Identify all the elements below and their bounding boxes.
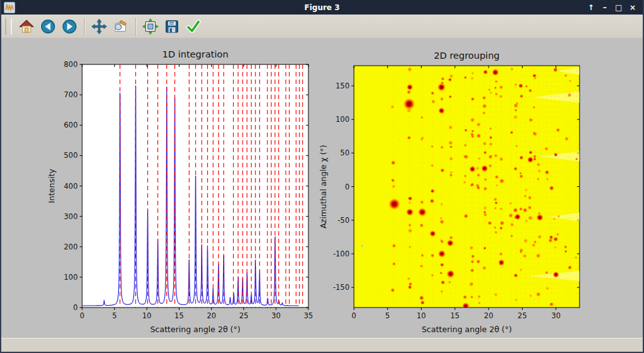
diffraction-spot bbox=[511, 131, 513, 133]
diffraction-spot bbox=[391, 289, 394, 292]
y-tick-label: -50 bbox=[337, 216, 349, 225]
diffraction-spot bbox=[510, 203, 511, 204]
hotspot-core bbox=[408, 211, 411, 213]
diffraction-spot bbox=[545, 148, 548, 150]
customize-button[interactable] bbox=[183, 16, 204, 37]
zoom-page-icon bbox=[112, 18, 129, 35]
diffraction-spot bbox=[432, 146, 433, 147]
diffraction-spot bbox=[422, 137, 423, 139]
diffraction-spot bbox=[478, 123, 480, 126]
diffraction-spot bbox=[564, 246, 566, 248]
diffraction-spot bbox=[547, 179, 549, 181]
diffraction-spot bbox=[464, 155, 466, 157]
hotspot-core bbox=[449, 273, 452, 275]
diffraction-spot bbox=[520, 249, 523, 251]
y-tick-label: 200 bbox=[64, 242, 78, 251]
x-tick-label: 10 bbox=[416, 311, 426, 320]
diffraction-spot bbox=[511, 224, 513, 225]
rollup-button[interactable]: ↑ bbox=[586, 3, 596, 13]
diffraction-spot bbox=[554, 237, 557, 241]
pan-icon bbox=[91, 18, 107, 35]
diffraction-spot bbox=[409, 286, 411, 289]
diffraction-spot bbox=[449, 141, 452, 144]
minimize-button[interactable]: – bbox=[600, 3, 610, 13]
plot-2d-regrouping[interactable]: 051015202530-150-100-500501001502D regro… bbox=[319, 51, 580, 334]
diffraction-spot bbox=[514, 274, 517, 277]
forward-button[interactable] bbox=[59, 16, 80, 37]
y-tick-label: 150 bbox=[336, 81, 349, 90]
diffraction-spot bbox=[441, 241, 443, 242]
diffraction-spot bbox=[525, 189, 526, 191]
hotspot-core bbox=[555, 273, 557, 276]
zoom-button[interactable] bbox=[111, 16, 131, 37]
diffraction-spot bbox=[420, 224, 423, 227]
x-tick-label: 30 bbox=[551, 311, 561, 320]
diffraction-spot bbox=[509, 214, 513, 217]
x-axis-label: Scattering angle 2θ (°) bbox=[422, 325, 512, 334]
titlebar[interactable]: Figure 3 ↑ – □ × bbox=[1, 0, 643, 15]
diffraction-spot bbox=[516, 299, 517, 301]
diffraction-spot bbox=[515, 84, 516, 85]
x-tick-label: 0 bbox=[80, 311, 84, 320]
diffraction-spot bbox=[576, 159, 577, 160]
diffraction-spot bbox=[392, 185, 395, 188]
toolbar-handle[interactable] bbox=[5, 18, 12, 35]
x-tick-label: 25 bbox=[518, 311, 527, 320]
plot-1d-integration[interactable]: 0510152025303501002003004005006007008001… bbox=[47, 49, 313, 334]
home-button[interactable] bbox=[16, 16, 37, 37]
diffraction-spot bbox=[496, 184, 497, 186]
diffraction-spot bbox=[520, 269, 522, 271]
diffraction-spot bbox=[500, 95, 502, 98]
diffraction-spot bbox=[500, 227, 502, 229]
diffraction-spot bbox=[442, 78, 444, 80]
diffraction-spot bbox=[450, 75, 453, 78]
window-controls: ↑ – □ × bbox=[586, 3, 638, 13]
diffraction-spot bbox=[484, 206, 487, 209]
back-button[interactable] bbox=[38, 16, 58, 37]
diffraction-spot bbox=[568, 93, 571, 96]
hotspot-core bbox=[407, 102, 411, 105]
diffraction-spot bbox=[516, 145, 517, 147]
window-title: Figure 3 bbox=[1, 3, 643, 12]
diffraction-spot bbox=[535, 78, 536, 79]
diffraction-spot bbox=[520, 175, 523, 177]
save-button[interactable] bbox=[162, 16, 182, 37]
subplots-button[interactable] bbox=[140, 16, 161, 37]
diffraction-spot bbox=[501, 179, 503, 182]
y-tick-label: 50 bbox=[340, 148, 349, 157]
cyan-pixel bbox=[361, 245, 363, 247]
diffraction-spot bbox=[495, 93, 497, 95]
y-tick-label: 700 bbox=[64, 90, 78, 99]
diffraction-spot bbox=[489, 89, 490, 90]
x-tick-label: 15 bbox=[451, 311, 460, 320]
diffraction-spot bbox=[495, 202, 497, 204]
diffraction-spot bbox=[489, 222, 491, 224]
figure-canvas[interactable]: 0510152025303501002003004005006007008001… bbox=[1, 38, 643, 338]
pan-button[interactable] bbox=[89, 16, 109, 37]
diffraction-spot bbox=[478, 296, 480, 297]
plots-svg[interactable]: 0510152025303501002003004005006007008001… bbox=[1, 38, 643, 338]
diffraction-spot bbox=[484, 188, 487, 190]
status-bar bbox=[1, 338, 643, 352]
diffraction-spot bbox=[464, 182, 465, 183]
diffraction-spot bbox=[441, 147, 443, 148]
close-button[interactable]: × bbox=[628, 3, 638, 13]
diffraction-spot bbox=[519, 85, 523, 88]
diffraction-spot bbox=[392, 161, 394, 164]
diffraction-spot bbox=[409, 197, 411, 200]
diffraction-spot bbox=[471, 78, 473, 80]
y-axis-label: Azimuthal angle χ (°) bbox=[319, 145, 328, 228]
maximize-button[interactable]: □ bbox=[614, 3, 624, 13]
diffraction-spot bbox=[472, 255, 474, 257]
hotspot-core bbox=[440, 253, 443, 255]
hotspot-core bbox=[471, 168, 474, 171]
diffraction-spot bbox=[420, 265, 422, 267]
diffraction-spot bbox=[422, 117, 423, 118]
diffraction-spot bbox=[528, 196, 531, 199]
diffraction-spot bbox=[554, 68, 557, 71]
diffraction-spot bbox=[410, 283, 411, 285]
x-tick-label: 5 bbox=[112, 311, 116, 320]
diffraction-spot bbox=[471, 261, 473, 263]
diffraction-spot bbox=[490, 143, 492, 146]
diffraction-spot bbox=[530, 295, 532, 296]
